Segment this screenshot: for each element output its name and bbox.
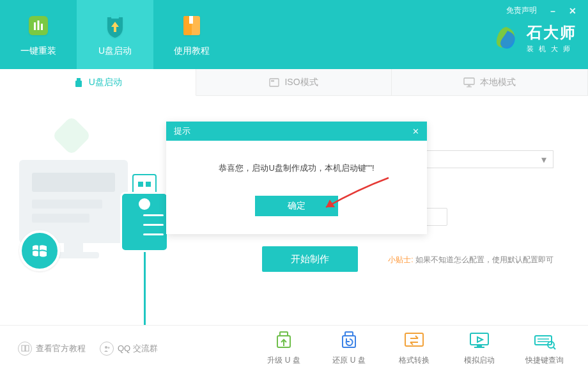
tool-label: 快捷键查询 xyxy=(525,355,564,366)
close-button[interactable]: ✕ xyxy=(569,6,576,15)
svg-rect-1 xyxy=(34,22,36,30)
format-convert-icon xyxy=(403,331,426,351)
tool-label: 模拟启动 xyxy=(464,355,495,366)
disclaimer-link[interactable]: 免责声明 xyxy=(506,5,537,16)
dialog-title: 提示 xyxy=(174,125,190,137)
svg-line-29 xyxy=(553,347,555,349)
mode-tab-label: ISO模式 xyxy=(284,77,318,88)
nav-tutorials[interactable]: 使用教程 xyxy=(153,0,230,69)
svg-rect-23 xyxy=(477,345,482,347)
svg-rect-11 xyxy=(271,80,274,82)
nav-label: U盘启动 xyxy=(98,45,132,57)
header-right: 免责声明 － ✕ 石大师 装机大师 xyxy=(492,0,588,69)
usb-icon xyxy=(74,77,84,88)
nav-label: 使用教程 xyxy=(174,45,210,57)
simulate-boot-icon xyxy=(468,331,491,351)
link-official-tutorials[interactable]: 查看官方教程 xyxy=(18,342,86,356)
nav-label: 一键重装 xyxy=(20,45,56,57)
svg-point-16 xyxy=(107,346,109,348)
mode-tab-label: U盘启动 xyxy=(89,77,122,88)
hint-row: 小贴士: 如果不知道怎么配置，使用默认配置即可 xyxy=(388,255,553,265)
svg-rect-8 xyxy=(77,78,81,81)
tool-label: 还原 U 盘 xyxy=(332,355,365,366)
dialog-ok-label: 确定 xyxy=(288,200,306,212)
svg-rect-3 xyxy=(41,24,43,30)
svg-rect-14 xyxy=(467,86,472,88)
mode-tab-iso[interactable]: ISO模式 xyxy=(196,69,392,96)
nav-one-click-reinstall[interactable]: 一键重装 xyxy=(0,0,77,69)
svg-rect-2 xyxy=(38,20,40,30)
config-dropdown[interactable]: ▾ xyxy=(419,150,553,168)
link-label: 查看官方教程 xyxy=(36,343,86,354)
dialog: 提示 ✕ 恭喜您，启动U盘制作成功，本机启动键""! 确定 xyxy=(166,122,427,234)
brand-logo-icon xyxy=(492,24,520,52)
mode-tab-usb[interactable]: U盘启动 xyxy=(0,69,196,96)
dialog-message: 恭喜您，启动U盘制作成功，本机启动键""! xyxy=(179,162,414,174)
book-open-icon xyxy=(18,342,32,356)
people-icon xyxy=(100,342,114,356)
minimize-button[interactable]: － xyxy=(548,6,557,15)
usb-shield-icon xyxy=(102,12,128,39)
brand-subtitle: 装机大师 xyxy=(527,44,576,54)
hint-text: 如果不知道怎么配置，使用默认配置即可 xyxy=(415,255,553,264)
hotkey-lookup-icon xyxy=(533,331,556,351)
link-label: QQ 交流群 xyxy=(118,343,158,354)
reinstall-icon xyxy=(25,12,52,39)
brand-title: 石大师 xyxy=(527,22,576,43)
book-icon xyxy=(178,12,205,39)
svg-rect-10 xyxy=(270,79,279,86)
main-panel: ▾ 开始制作 小贴士: 如果不知道怎么配置，使用默认配置即可 提示 ✕ 恭喜您，… xyxy=(0,96,588,325)
tool-label: 格式转换 xyxy=(399,355,429,366)
tool-format-convert[interactable]: 格式转换 xyxy=(389,331,440,366)
dialog-close-button[interactable]: ✕ xyxy=(412,127,419,136)
tool-restore-usb[interactable]: 还原 U 盘 xyxy=(323,331,375,366)
tool-label: 升级 U 盘 xyxy=(267,355,300,366)
mode-tab-local[interactable]: 本地模式 xyxy=(392,69,588,96)
windows-icon xyxy=(19,230,60,271)
svg-rect-13 xyxy=(468,85,470,86)
svg-rect-7 xyxy=(189,16,193,24)
svg-rect-12 xyxy=(464,78,474,84)
mode-tabs: U盘启动 ISO模式 本地模式 xyxy=(0,69,588,96)
link-qq-group[interactable]: QQ 交流群 xyxy=(100,342,158,356)
svg-rect-25 xyxy=(535,336,552,345)
bottom-bar: 查看官方教程 QQ 交流群 升级 U 盘 还原 U 盘 格式转换 模拟启动 快捷… xyxy=(0,325,588,371)
hint-prefix: 小贴士: xyxy=(388,255,413,264)
monitor-icon xyxy=(463,77,475,88)
svg-rect-22 xyxy=(470,333,488,345)
iso-icon xyxy=(269,77,279,88)
dialog-ok-button[interactable]: 确定 xyxy=(255,196,338,216)
start-make-button[interactable]: 开始制作 xyxy=(262,246,358,272)
chevron-down-icon: ▾ xyxy=(541,154,546,166)
app-header: 一键重装 U盘启动 使用教程 免责声明 － ✕ 石大师 装机大师 xyxy=(0,0,588,69)
restore-usb-icon xyxy=(337,331,360,351)
tool-simulate-boot[interactable]: 模拟启动 xyxy=(454,331,505,366)
nav-usb-boot[interactable]: U盘启动 xyxy=(77,0,153,69)
svg-rect-24 xyxy=(474,347,484,348)
tool-hotkey-lookup[interactable]: 快捷键查询 xyxy=(519,331,570,366)
illustration xyxy=(13,128,185,294)
svg-rect-9 xyxy=(75,81,82,87)
tool-upgrade-usb[interactable]: 升级 U 盘 xyxy=(258,331,309,366)
dialog-titlebar: 提示 ✕ xyxy=(166,122,427,141)
svg-point-15 xyxy=(105,346,107,349)
upgrade-usb-icon xyxy=(272,331,295,351)
svg-rect-4 xyxy=(111,13,119,19)
svg-rect-21 xyxy=(405,333,423,346)
start-make-label: 开始制作 xyxy=(291,253,329,265)
brand: 石大师 装机大师 xyxy=(492,22,576,54)
mode-tab-label: 本地模式 xyxy=(480,77,516,88)
